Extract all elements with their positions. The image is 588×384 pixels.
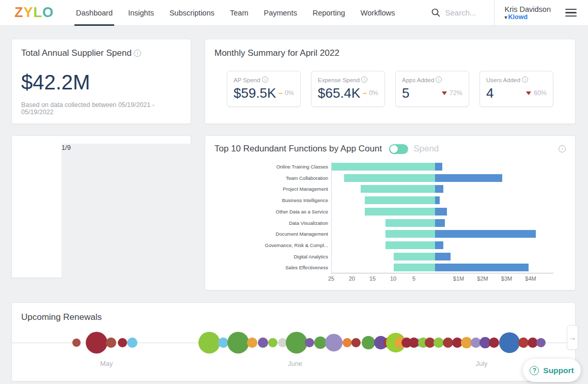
renewal-bubble[interactable]: [127, 337, 137, 348]
top-navigation-bar: ZYLO DashboardInsightsSubscriptionsTeamP…: [0, 0, 588, 26]
renewal-bubble[interactable]: [305, 338, 314, 347]
renewal-bubble[interactable]: [118, 338, 127, 347]
nav-item-reporting[interactable]: Reporting: [305, 0, 353, 26]
org-switcher[interactable]: ▾Klowd: [505, 13, 551, 21]
renewal-bubble[interactable]: [258, 337, 268, 348]
stat-label: Users Added: [486, 76, 547, 83]
count-axis-tick: 10: [390, 275, 396, 282]
spend-bar[interactable]: [435, 241, 443, 249]
nav-item-subscriptions[interactable]: Subscriptions: [162, 0, 222, 26]
stat-delta: –0%: [363, 89, 378, 97]
search-icon: [431, 8, 440, 17]
info-icon[interactable]: [559, 145, 566, 152]
timeline-next-button[interactable]: →: [567, 325, 578, 350]
chart-category-label: Governance, Risk & Compl...: [214, 242, 328, 248]
stat-label: AP Spend: [234, 76, 294, 83]
stat-delta: 60%: [526, 89, 547, 97]
upcoming-renewals-card: Upcoming Renewals MayJuneJuly →: [11, 302, 576, 381]
app-count-bar[interactable]: [344, 174, 435, 182]
info-icon[interactable]: [436, 76, 442, 83]
hamburger-menu-icon[interactable]: [565, 9, 577, 17]
zylo-logo[interactable]: ZYLO: [14, 5, 54, 21]
spend-bar[interactable]: [435, 185, 443, 193]
spend-bar[interactable]: [435, 196, 440, 204]
chart-category-label: Team Collaboration: [214, 175, 328, 181]
support-button[interactable]: ? Support: [523, 359, 581, 382]
month-label-may: May: [100, 360, 113, 367]
renewal-bubble[interactable]: [443, 337, 453, 348]
count-axis-tick: 15: [369, 275, 376, 282]
renewal-bubble[interactable]: [499, 332, 520, 353]
search-box[interactable]: Search...: [431, 8, 476, 17]
support-label: Support: [543, 366, 574, 375]
renewal-bubble[interactable]: [227, 332, 249, 354]
spend-bar[interactable]: [435, 230, 536, 238]
nav-item-workflows[interactable]: Workflows: [353, 0, 403, 26]
renewal-bubble[interactable]: [518, 337, 529, 348]
flat-dash-icon: –: [278, 89, 283, 97]
user-name: Kris Davidson: [505, 5, 551, 13]
app-count-bar[interactable]: [365, 208, 435, 216]
spend-bar[interactable]: [435, 174, 502, 182]
question-mark-icon: ?: [530, 366, 539, 375]
nav-item-insights[interactable]: Insights: [120, 0, 162, 26]
nav-item-team[interactable]: Team: [222, 0, 256, 26]
app-count-bar[interactable]: [332, 163, 435, 171]
renewal-bubble[interactable]: [434, 337, 444, 348]
chart-category-label: Project Management: [214, 186, 328, 192]
renewal-bubble[interactable]: [489, 337, 499, 348]
app-count-bar[interactable]: [394, 253, 435, 260]
chart-category-label: Business Intelligence: [214, 197, 328, 203]
count-axis-tick: 5: [412, 275, 415, 282]
renewal-bubble[interactable]: [325, 334, 343, 351]
spend-bar[interactable]: [435, 163, 442, 171]
app-count-bar[interactable]: [385, 230, 435, 238]
total-spend-value: $42.2M: [21, 71, 181, 94]
renewal-bubble[interactable]: [286, 332, 307, 354]
stat-box-users-added: Users Added 460%: [479, 71, 553, 107]
info-icon[interactable]: [262, 76, 268, 83]
nav-item-dashboard[interactable]: Dashboard: [68, 0, 120, 26]
stat-box-apps-added: Apps Added 572%: [395, 71, 469, 107]
spend-bar[interactable]: [435, 208, 447, 216]
renewal-bubble[interactable]: [362, 336, 375, 349]
spend-bar[interactable]: [435, 219, 445, 227]
renewal-bubble[interactable]: [72, 339, 81, 347]
info-icon[interactable]: [522, 76, 528, 83]
app-count-bar[interactable]: [385, 241, 435, 249]
stat-box-expense-spend: Expense Spend $65.4K–0%: [311, 71, 385, 107]
chart-category-label: Sales Effectiveness: [214, 265, 328, 270]
spend-bar[interactable]: [435, 264, 529, 271]
renewal-bubble[interactable]: [351, 338, 361, 347]
renewal-bubble[interactable]: [268, 338, 277, 347]
app-count-bar[interactable]: [361, 185, 435, 193]
spend-bar[interactable]: [435, 253, 451, 260]
app-count-bar[interactable]: [365, 196, 435, 204]
search-placeholder: Search...: [445, 8, 476, 17]
info-icon[interactable]: [134, 50, 141, 57]
top-multi-source-spend-apps-card: Top Multi-Source Spend Apps ← 1/9 → Name…: [11, 135, 191, 278]
user-menu[interactable]: Kris Davidson ▾Klowd: [505, 5, 551, 21]
renewal-bubble[interactable]: [343, 338, 352, 347]
renewal-bubble[interactable]: [218, 337, 228, 348]
count-spend-toggle[interactable]: [389, 144, 408, 154]
renewal-bubble[interactable]: [106, 337, 116, 348]
stat-value: 5: [402, 85, 409, 101]
app-count-bar[interactable]: [394, 264, 435, 271]
month-label-july: July: [475, 360, 487, 367]
info-icon[interactable]: [361, 76, 367, 83]
app-count-bar[interactable]: [385, 219, 435, 227]
flat-dash-icon: –: [363, 89, 367, 97]
renewal-bubble[interactable]: [247, 337, 257, 348]
renewal-bubble[interactable]: [536, 338, 546, 347]
toggle-knob: [390, 145, 398, 153]
renewal-bubble[interactable]: [409, 337, 419, 348]
nav-item-payments[interactable]: Payments: [256, 0, 304, 26]
stat-boxes: AP Spend $59.5K–0%Expense Spend $65.4K–0…: [227, 71, 566, 107]
chart-category-label: Other Data as a Service: [214, 209, 328, 214]
chart-category-label: Digital Analytics: [214, 254, 328, 259]
renewal-bubble[interactable]: [86, 332, 107, 354]
card-title: Total Annual Supplier Spend: [21, 48, 181, 58]
chevron-down-icon: ▾: [505, 14, 507, 20]
renewal-bubble[interactable]: [198, 332, 220, 354]
